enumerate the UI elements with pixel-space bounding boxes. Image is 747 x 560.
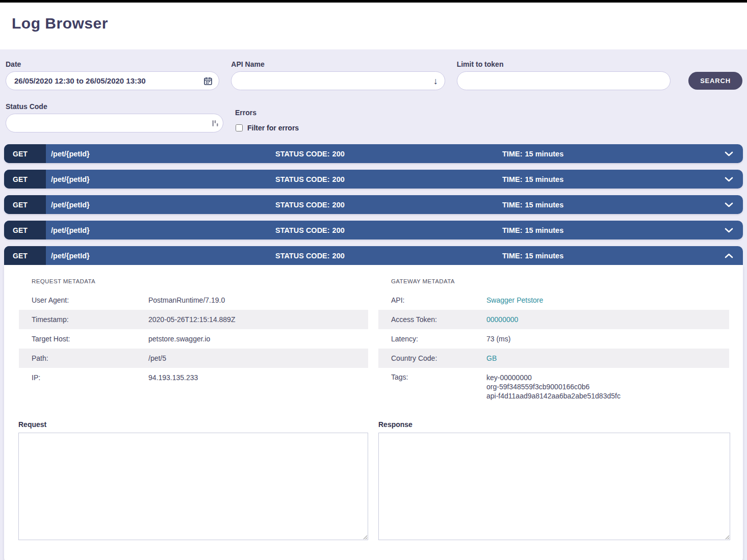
log-row[interactable]: GET /pet/{petId} STATUS CODE:200 TIME:15… [4,144,743,163]
metadata-label: Path: [32,354,148,362]
request-metadata-section: REQUEST METADATA User Agent: PostmanRunt… [19,278,368,405]
chevron-up-icon[interactable] [714,246,743,265]
limit-to-token-filter-group: Limit to token [457,60,671,90]
log-row-path: /pet/{petId} [46,195,275,214]
metadata-value: key-00000000org-59f348559f3cb9000166c0b6… [486,373,621,401]
method-badge: GET [4,170,46,189]
log-row-status: STATUS CODE:200 [275,246,502,265]
request-label: Request [18,420,368,429]
chevron-down-icon[interactable] [714,195,743,214]
log-row-path: /pet/{petId} [46,246,275,265]
metadata-value: 73 (ms) [486,334,510,343]
filter-for-errors-label: Filter for errors [247,124,299,132]
metadata-value: 94.193.135.233 [148,373,198,382]
request-textarea[interactable] [18,433,368,540]
filter-for-errors-row: Filter for errors [235,123,453,132]
api-name-select[interactable] [231,72,444,90]
log-row-status: STATUS CODE:200 [275,195,502,214]
log-rows-list: GET /pet/{petId} STATUS CODE:200 TIME:15… [0,144,747,265]
log-row-time: TIME:15 minutes [502,246,714,265]
log-row-time: TIME:15 minutes [502,170,714,189]
log-row[interactable]: GET /pet/{petId} STATUS CODE:200 TIME:15… [4,246,743,265]
log-row-time: TIME:15 minutes [502,195,714,214]
main-content: Date API Name ↓ [0,49,747,560]
metadata-row: Access Token: 00000000 [378,310,729,329]
gateway-metadata-title: GATEWAY METADATA [391,278,729,284]
date-range-input[interactable] [6,72,219,90]
metadata-columns: REQUEST METADATA User Agent: PostmanRunt… [4,265,743,405]
metadata-label: Latency: [391,335,486,343]
date-range-input-wrap [6,71,219,90]
metadata-row: API: Swagger Petstore [378,290,729,310]
api-name-label: API Name [231,60,445,68]
status-code-input[interactable] [6,114,223,132]
limit-to-token-input-wrap [457,71,671,90]
log-row-path: /pet/{petId} [46,221,275,239]
log-row-status: STATUS CODE:200 [275,144,502,163]
metadata-link[interactable]: 00000000 [486,315,518,324]
metadata-label: API: [391,296,486,304]
log-row[interactable]: GET /pet/{petId} STATUS CODE:200 TIME:15… [4,221,743,239]
metadata-link[interactable]: GB [486,354,497,363]
metadata-label: Timestamp: [32,315,148,324]
date-label: Date [6,60,219,68]
limit-to-token-input[interactable] [457,72,670,90]
date-filter-group: Date [6,60,219,90]
chevron-down-icon[interactable] [714,221,743,239]
api-name-select-wrap: ↓ [231,71,445,90]
request-block: Request [18,420,368,542]
status-code-filter-group: Status Code [6,102,223,132]
metadata-label: Target Host: [32,335,148,343]
request-response-section: Request Response [4,405,743,542]
calendar-icon[interactable] [204,77,212,85]
gateway-metadata-table: API: Swagger Petstore Access Token: 0000… [378,290,729,405]
chevron-down-icon[interactable] [714,170,743,189]
method-badge: GET [4,221,46,239]
metadata-label: User Agent: [32,296,148,304]
log-row-path: /pet/{petId} [46,170,275,189]
errors-filter-group: Errors Filter for errors [235,109,453,132]
metadata-row: Tags: key-00000000org-59f348559f3cb90001… [378,368,729,405]
metadata-row: Timestamp: 2020-05-26T12:15:14.889Z [19,310,368,329]
arrow-down-icon[interactable]: ↓ [433,76,438,86]
errors-label: Errors [235,109,453,117]
log-row-status: STATUS CODE:200 [275,221,502,239]
metadata-label: IP: [32,374,148,382]
status-code-label: Status Code [6,102,223,111]
search-button[interactable]: SEARCH [688,72,742,90]
gateway-metadata-section: GATEWAY METADATA API: Swagger Petstore A… [378,278,729,405]
metadata-label: Access Token: [391,315,486,324]
request-metadata-title: REQUEST METADATA [32,278,368,284]
api-name-filter-group: API Name ↓ [231,60,445,90]
chevron-down-icon[interactable] [714,144,743,163]
response-block: Response [378,420,730,542]
bars-icon [212,119,218,127]
log-row-time: TIME:15 minutes [502,144,714,163]
log-row-path: /pet/{petId} [46,144,275,163]
metadata-row: Target Host: petstore.swagger.io [19,329,368,349]
metadata-value: petstore.swagger.io [148,334,210,343]
metadata-row: IP: 94.193.135.233 [19,368,368,387]
metadata-value: PostmanRuntime/7.19.0 [148,296,225,305]
metadata-value: /pet/5 [148,354,166,363]
metadata-row: User Agent: PostmanRuntime/7.19.0 [19,290,368,310]
method-badge: GET [4,144,46,163]
limit-to-token-label: Limit to token [457,60,671,68]
log-row-status: STATUS CODE:200 [275,170,502,189]
metadata-link[interactable]: Swagger Petstore [486,296,543,305]
metadata-row: Country Code: GB [378,349,729,368]
log-row-time: TIME:15 minutes [502,221,714,239]
response-textarea[interactable] [378,433,730,540]
method-badge: GET [4,246,46,265]
metadata-row: Latency: 73 (ms) [378,329,729,349]
response-label: Response [378,420,730,429]
metadata-label: Country Code: [391,354,486,362]
metadata-value: 2020-05-26T12:15:14.889Z [148,315,235,324]
request-metadata-table: User Agent: PostmanRuntime/7.19.0 Timest… [19,290,368,387]
filter-row-2: Status Code Errors Filter for errors [0,102,747,132]
app-header: Log Browser [0,3,747,49]
log-detail-panel: REQUEST METADATA User Agent: PostmanRunt… [4,265,743,560]
filter-for-errors-checkbox[interactable] [236,124,243,131]
log-row[interactable]: GET /pet/{petId} STATUS CODE:200 TIME:15… [4,195,743,214]
log-row[interactable]: GET /pet/{petId} STATUS CODE:200 TIME:15… [4,170,743,189]
